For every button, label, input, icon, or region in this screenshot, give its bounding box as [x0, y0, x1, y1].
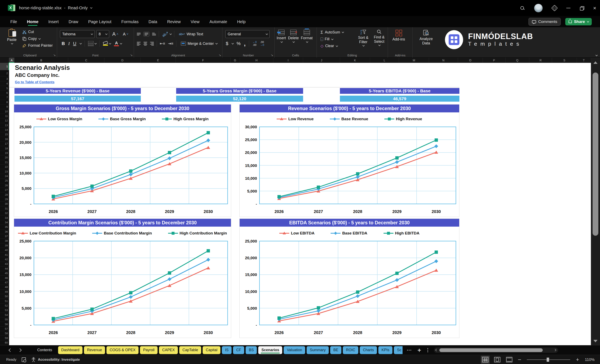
row-header-57[interactable]: 57 — [0, 327, 9, 331]
row-header-37[interactable]: 37 — [0, 234, 9, 239]
percent-format-button[interactable]: % — [236, 41, 241, 46]
page-break-view-button[interactable] — [506, 357, 512, 362]
column-header-M[interactable]: M — [399, 58, 429, 63]
increase-font-button[interactable]: A˄ — [111, 30, 120, 38]
menu-tab-file[interactable]: File — [10, 17, 17, 27]
row-header-20[interactable]: 20 — [0, 155, 9, 160]
clipboard-dialog-launcher[interactable]: ↘ — [53, 53, 56, 57]
increase-indent-icon[interactable]: ⇥≡ — [168, 41, 173, 46]
row-header-60[interactable]: 60 — [0, 340, 9, 345]
row-header-27[interactable]: 27 — [0, 188, 9, 192]
chart-3[interactable]: EBITDA Scenarios ($'000) - 5 years to De… — [239, 218, 459, 338]
sheet-tab-contents[interactable]: Contents — [33, 346, 57, 354]
column-header-O[interactable]: O — [458, 58, 483, 63]
format-painter-button[interactable]: Format Painter — [21, 43, 54, 49]
row-header-12[interactable]: 12 — [0, 118, 9, 123]
sheet-menu-icon[interactable] — [427, 348, 428, 352]
zoom-level[interactable]: 110% — [585, 357, 595, 362]
column-header-D[interactable]: D — [104, 58, 141, 63]
sheet-tab-bs[interactable]: BS — [246, 346, 257, 354]
align-left-icon[interactable] — [137, 42, 141, 46]
analyze-data-button[interactable]: Analyze Data — [417, 30, 435, 45]
row-header-17[interactable]: 17 — [0, 142, 9, 146]
fill-button[interactable]: ↓ Fill — [319, 36, 345, 42]
autosum-button[interactable]: Σ AutoSum — [319, 29, 345, 36]
cut-button[interactable]: Cut — [21, 29, 54, 35]
zoom-slider[interactable] — [527, 359, 570, 360]
zoom-slider-thumb[interactable] — [547, 358, 549, 362]
increase-decimal-button[interactable]: ←0.00 — [253, 41, 257, 47]
decrease-decimal-button[interactable]: .00→0 — [260, 41, 264, 47]
row-header-55[interactable]: 55 — [0, 317, 9, 322]
delete-cells-button[interactable]: × Delete — [288, 30, 299, 43]
chart-1[interactable]: Revenue Scenarios ($'000) - 5 years to D… — [239, 104, 459, 217]
menu-tab-review[interactable]: Review — [167, 17, 181, 27]
row-header-18[interactable]: 18 — [0, 146, 9, 151]
paste-button[interactable]: Paste — [6, 29, 18, 45]
row-header-45[interactable]: 45 — [0, 271, 9, 276]
title-chevron-icon[interactable] — [90, 6, 93, 9]
align-center-icon[interactable] — [143, 42, 147, 46]
share-button[interactable]: Share — [565, 18, 592, 25]
sheet-tab-is[interactable]: IS — [222, 346, 232, 354]
macro-record-icon[interactable] — [22, 357, 26, 362]
row-header-43[interactable]: 43 — [0, 262, 9, 266]
premium-gem-icon[interactable] — [551, 5, 558, 11]
scroll-down-icon[interactable] — [593, 340, 598, 342]
number-format-select[interactable]: General — [225, 30, 270, 38]
scroll-up-icon[interactable] — [593, 61, 598, 64]
sheet-tab-roic[interactable]: ROIC — [343, 346, 358, 354]
column-header-J[interactable]: J — [303, 58, 340, 63]
column-header-N[interactable]: N — [429, 58, 458, 63]
menu-tab-draw[interactable]: Draw — [68, 17, 79, 27]
sheet-tab-capex[interactable]: CAPEX — [159, 346, 178, 354]
sheet-tab-summary[interactable]: Summary — [307, 346, 329, 354]
row-header-31[interactable]: 31 — [0, 206, 9, 211]
row-header-22[interactable]: 22 — [0, 165, 9, 169]
column-header-E[interactable]: E — [141, 58, 176, 63]
clear-button[interactable]: ◇ Clear — [319, 43, 345, 49]
row-header-13[interactable]: 13 — [0, 123, 9, 128]
copy-button[interactable]: Copy — [21, 36, 54, 42]
column-header-K[interactable]: K — [340, 58, 370, 63]
column-header-T[interactable]: T — [577, 58, 591, 63]
row-header-1[interactable]: 1 — [0, 63, 9, 70]
row-header-48[interactable]: 48 — [0, 285, 9, 289]
currency-format-button[interactable]: $ — [226, 41, 228, 46]
sheet-tab-sc[interactable]: Sc — [394, 346, 403, 354]
row-header-14[interactable]: 14 — [0, 128, 9, 132]
font-family-select[interactable]: Tahoma — [60, 30, 95, 38]
align-bottom-icon[interactable] — [152, 33, 156, 35]
row-header-51[interactable]: 51 — [0, 299, 9, 303]
menu-tab-help[interactable]: Help — [237, 17, 246, 27]
row-header-33[interactable]: 33 — [0, 216, 9, 220]
column-header-A[interactable]: A — [9, 58, 14, 63]
row-header-46[interactable]: 46 — [0, 276, 9, 280]
row-header-24[interactable]: 24 — [0, 174, 9, 179]
row-header-52[interactable]: 52 — [0, 303, 9, 308]
row-header-9[interactable]: 9 — [0, 105, 9, 109]
decrease-indent-icon[interactable]: ⇤≡ — [160, 41, 165, 46]
row-header-21[interactable]: 21 — [0, 160, 9, 165]
column-header-G[interactable]: G — [231, 58, 240, 63]
row-header-39[interactable]: 39 — [0, 243, 9, 248]
chart-0[interactable]: Gross Margin Scenarios ($'000) - 5 years… — [14, 104, 231, 217]
hscroll-right-icon[interactable] — [554, 349, 556, 351]
underline-button[interactable]: U — [73, 41, 76, 46]
column-header-P[interactable]: P — [483, 58, 506, 63]
column-header-B[interactable]: B — [14, 58, 68, 63]
sheet-tab-kpis[interactable]: KPIs — [378, 346, 393, 354]
horizontal-scroll-thumb[interactable] — [439, 348, 543, 352]
column-header-Q[interactable]: Q — [506, 58, 529, 63]
row-header-4[interactable]: 4 — [0, 82, 9, 86]
row-header-16[interactable]: 16 — [0, 137, 9, 142]
collapse-ribbon-icon[interactable] — [595, 54, 598, 56]
chart-2[interactable]: Contribution Margin Scenarios ($'000) - … — [14, 218, 231, 338]
column-header-R[interactable]: R — [529, 58, 552, 63]
font-size-select[interactable]: 8 — [96, 30, 109, 38]
column-header-H[interactable]: H — [240, 58, 273, 63]
column-header-C[interactable]: C — [68, 58, 104, 63]
search-icon[interactable] — [520, 6, 525, 10]
sheet-tab-cf[interactable]: CF — [233, 346, 244, 354]
sheet-tab-capital[interactable]: Capital — [203, 346, 220, 354]
